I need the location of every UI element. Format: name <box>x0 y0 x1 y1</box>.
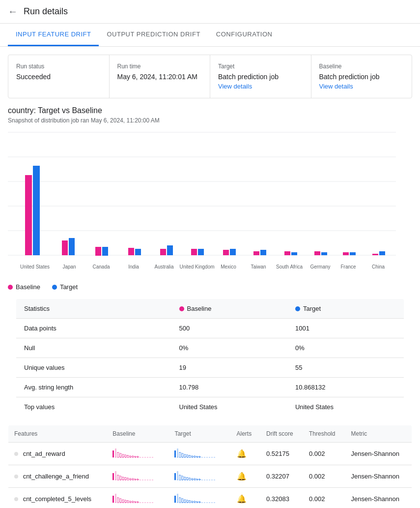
status-run-status: Run status Succeeded <box>8 55 110 98</box>
feat-col-threshold: Threshold <box>303 425 345 443</box>
svg-text:South Africa: South Africa <box>276 264 303 269</box>
svg-rect-19 <box>102 247 108 256</box>
svg-rect-34 <box>260 250 266 255</box>
svg-rect-15 <box>62 240 68 255</box>
svg-rect-98 <box>117 498 119 503</box>
feat-row-target-chart <box>168 488 230 508</box>
run-status-label: Run status <box>16 63 101 70</box>
stats-row-label: Top values <box>16 397 171 417</box>
stats-row: Avg. string length 10.798 10.868132 <box>16 378 404 397</box>
tab-output-prediction-drift[interactable]: OUTPUT PREDICTION DRIFT <box>99 24 208 46</box>
mini-baseline-chart <box>112 448 157 458</box>
svg-rect-56 <box>132 456 134 457</box>
stats-row-target: United States <box>287 397 404 417</box>
svg-rect-101 <box>125 500 126 503</box>
feat-row-drift-score: 0.32083 <box>260 488 303 508</box>
svg-rect-97 <box>115 494 116 503</box>
feat-row-name: cnt_challenge_a_friend <box>8 465 107 488</box>
svg-rect-114 <box>189 501 191 503</box>
stats-row-baseline: 0% <box>171 338 287 358</box>
svg-rect-99 <box>120 499 121 503</box>
chart-svg: 100% 80% 60% 40% 20% 0 United States Jap… <box>8 132 396 279</box>
svg-rect-113 <box>187 500 188 503</box>
svg-rect-108 <box>174 496 176 503</box>
svg-rect-18 <box>95 247 101 256</box>
back-button[interactable]: ← <box>8 6 18 17</box>
feat-row-alert: 🔔 <box>231 465 260 488</box>
svg-rect-65 <box>187 455 188 457</box>
target-value: Batch prediction job <box>218 73 303 81</box>
statistics-section: Statistics Baseline Target Data points 5 <box>8 299 412 417</box>
tab-input-feature-drift[interactable]: INPUT FEATURE DRIFT <box>8 24 99 46</box>
feat-row-drift-score: 0.32207 <box>260 465 303 488</box>
svg-text:Australia: Australia <box>155 264 174 269</box>
tab-bar: INPUT FEATURE DRIFT OUTPUT PREDICTION DR… <box>0 24 420 47</box>
svg-rect-46 <box>379 251 385 255</box>
svg-text:United Kingdom: United Kingdom <box>179 264 214 269</box>
svg-rect-28 <box>198 249 204 255</box>
feature-name-label: cnt_completed_5_levels <box>23 495 91 503</box>
stats-row-label: Unique values <box>16 358 171 378</box>
svg-rect-66 <box>189 455 191 457</box>
svg-rect-78 <box>127 478 129 480</box>
svg-rect-93 <box>196 479 198 480</box>
svg-rect-22 <box>135 249 141 255</box>
feat-row-baseline-chart <box>107 443 168 465</box>
svg-rect-27 <box>191 249 197 255</box>
tab-configuration[interactable]: CONFIGURATION <box>208 24 280 46</box>
svg-rect-16 <box>69 238 75 255</box>
mini-target-chart <box>174 448 219 458</box>
svg-rect-111 <box>182 499 183 503</box>
stats-row-target: 0% <box>287 338 404 358</box>
statistics-table: Statistics Baseline Target Data points 5 <box>16 299 404 417</box>
svg-rect-64 <box>184 454 186 457</box>
svg-rect-102 <box>127 501 129 503</box>
svg-rect-73 <box>115 471 116 480</box>
stats-row-target: 55 <box>287 358 404 378</box>
status-bar: Run status Succeeded Run time May 6, 202… <box>8 55 412 98</box>
svg-rect-31 <box>230 249 236 255</box>
svg-rect-25 <box>167 245 173 255</box>
svg-rect-58 <box>137 456 139 457</box>
feat-row-target-chart <box>168 465 230 488</box>
feat-row-baseline-chart <box>107 465 168 488</box>
run-status-value: Succeeded <box>16 73 101 81</box>
svg-rect-106 <box>137 502 139 503</box>
alert-bell-icon: 🔔 <box>237 495 247 503</box>
svg-text:Taiwan: Taiwan <box>251 264 266 269</box>
baseline-view-details-link[interactable]: View details <box>319 83 404 90</box>
svg-text:Japan: Japan <box>62 264 76 269</box>
target-view-details-link[interactable]: View details <box>218 83 303 90</box>
feat-row-target-chart <box>168 443 230 465</box>
svg-rect-61 <box>177 448 178 457</box>
stats-row-target: 10.868132 <box>287 378 404 397</box>
stats-col-target: Target <box>287 299 404 319</box>
features-row: cnt_completed_5_levels 🔔 0.32083 0.002 J… <box>8 488 412 508</box>
svg-rect-30 <box>223 250 229 255</box>
svg-rect-69 <box>196 456 198 457</box>
svg-rect-42 <box>343 252 349 255</box>
svg-rect-52 <box>122 454 124 457</box>
alert-bell-icon: 🔔 <box>237 449 247 458</box>
status-run-time: Run time May 6, 2024, 11:20:01 AM <box>110 55 211 98</box>
svg-rect-12 <box>25 175 32 255</box>
stats-row-target: 1001 <box>287 319 404 338</box>
svg-text:India: India <box>128 264 139 269</box>
svg-rect-39 <box>314 251 320 255</box>
feat-row-metric: Jensen-Shannon <box>345 488 412 508</box>
svg-rect-116 <box>194 501 196 503</box>
feat-row-name: cnt_ad_reward <box>8 443 107 465</box>
stats-row: Unique values 19 55 <box>16 358 404 378</box>
stats-row-label: Avg. string length <box>16 378 171 397</box>
svg-rect-60 <box>174 450 176 457</box>
alert-bell-icon: 🔔 <box>237 472 247 480</box>
svg-rect-63 <box>182 453 183 457</box>
svg-rect-45 <box>372 254 378 255</box>
feat-row-threshold: 0.002 <box>303 443 345 465</box>
svg-rect-105 <box>135 502 136 503</box>
run-time-label: Run time <box>117 63 202 70</box>
feat-row-drift-score: 0.52175 <box>260 443 303 465</box>
svg-rect-94 <box>199 479 200 480</box>
page-title: Run details <box>24 6 68 17</box>
svg-rect-91 <box>192 478 193 480</box>
